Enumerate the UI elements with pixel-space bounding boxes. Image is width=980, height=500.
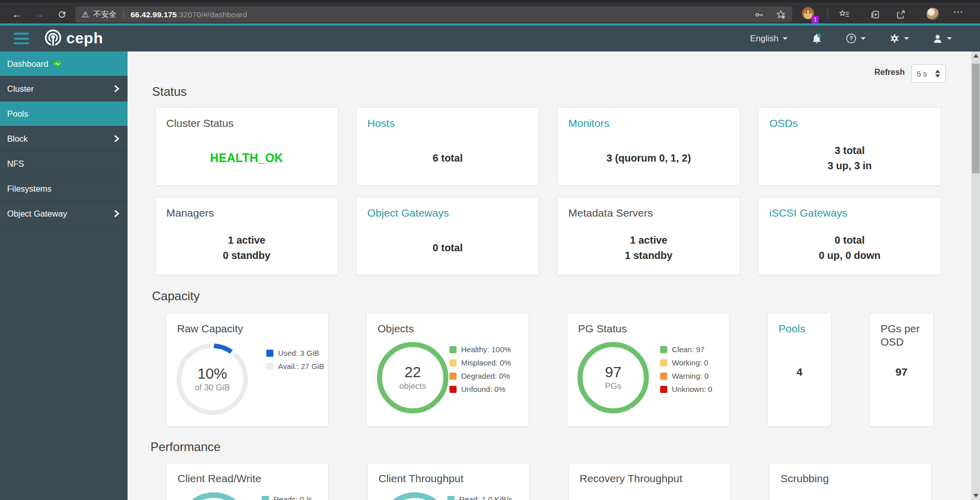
legend-item: Avail.: 27 GiB bbox=[266, 362, 324, 371]
pools-link[interactable]: Pools bbox=[768, 313, 831, 335]
legend-label: Unknown: 0 bbox=[672, 385, 712, 393]
raw-capacity-percent: 10% bbox=[197, 365, 227, 382]
legend-label: Clean: 97 bbox=[672, 345, 705, 354]
legend-item: Warning: 0 bbox=[660, 372, 712, 380]
sidebar-item-label: Dashboard bbox=[7, 59, 48, 69]
osds-total: 3 total bbox=[835, 143, 865, 158]
card-title: PGs per OSD bbox=[870, 313, 933, 349]
pgs-per-osd-card: PGs per OSD 97 bbox=[869, 313, 934, 427]
legend-swatch bbox=[660, 373, 667, 380]
sidebar-item-nfs[interactable]: NFS bbox=[0, 151, 128, 176]
sidebar: Dashboard Cluster Pools Block NFS Filesy… bbox=[0, 51, 128, 500]
managers-card: Managers 1 active 0 standby bbox=[155, 197, 338, 275]
osds-link[interactable]: OSDs bbox=[759, 108, 941, 130]
sidebar-item-filesystems[interactable]: Filesystems bbox=[0, 176, 128, 201]
osds-up-in: 3 up, 3 in bbox=[827, 158, 872, 173]
legend-item: Used: 3 GiB bbox=[266, 349, 324, 357]
raw-capacity-legend: Used: 3 GiB Avail.: 27 GiB bbox=[266, 349, 324, 371]
card-title: PG Status bbox=[567, 313, 729, 335]
legend-label: Read: 1.0 KiB/s bbox=[459, 495, 512, 500]
browser-profile-avatar[interactable] bbox=[926, 7, 940, 21]
page-scrollbar[interactable] bbox=[971, 51, 980, 500]
add-favorite-star-icon[interactable] bbox=[775, 9, 786, 20]
card-title: Scrubbing bbox=[770, 463, 931, 485]
legend-item: Unknown: 0 bbox=[660, 385, 712, 393]
client-throughput-donut bbox=[379, 492, 450, 500]
address-separator: | bbox=[122, 11, 124, 19]
card-title: Cluster Status bbox=[156, 108, 338, 130]
health-heart-icon bbox=[53, 60, 62, 68]
legend-swatch bbox=[266, 363, 273, 370]
ceph-brand-text: ceph bbox=[66, 30, 103, 47]
monitors-link[interactable]: Monitors bbox=[558, 108, 740, 130]
scrollbar-down-arrow[interactable] bbox=[971, 491, 980, 500]
object-gateways-value: 0 total bbox=[433, 240, 463, 255]
iscsi-gateways-link[interactable]: iSCSI Gateways bbox=[759, 198, 941, 220]
cluster-status-card: Cluster Status HEALTH_OK bbox=[155, 108, 338, 186]
sidebar-item-dashboard[interactable]: Dashboard bbox=[0, 51, 128, 76]
select-spinner-icon bbox=[935, 70, 940, 77]
legend-label: Avail.: 27 GiB bbox=[278, 362, 324, 371]
iscsi-gateways-card: iSCSI Gateways 0 total 0 up, 0 down bbox=[758, 197, 941, 275]
sidebar-item-block[interactable]: Block bbox=[0, 126, 128, 151]
refresh-interval-value: 5 s bbox=[917, 69, 927, 78]
language-dropdown[interactable]: English bbox=[750, 34, 788, 44]
not-secure-warning-icon: ⚠ bbox=[82, 10, 89, 19]
not-secure-label: 不安全 bbox=[93, 10, 116, 19]
client-read-write-card: Client Read/Write Reads: 0 /s bbox=[166, 463, 329, 500]
scrollbar-thumb[interactable] bbox=[972, 64, 979, 173]
hosts-link[interactable]: Hosts bbox=[357, 108, 539, 130]
share-icon[interactable] bbox=[893, 7, 908, 22]
legend-swatch bbox=[449, 373, 457, 380]
language-label: English bbox=[750, 34, 778, 44]
collections-icon[interactable] bbox=[867, 7, 883, 22]
pg-status-card: PG Status 97 PGs Clean: 97 Working: 0 Wa… bbox=[567, 313, 730, 427]
iscsi-total: 0 total bbox=[835, 232, 865, 248]
help-dropdown[interactable]: ? bbox=[846, 33, 866, 44]
extension-monkey-icon[interactable]: 1 bbox=[802, 7, 816, 21]
favorites-bar-icon[interactable] bbox=[837, 7, 852, 22]
legend-swatch bbox=[447, 496, 455, 500]
pgs-per-osd-count: 97 bbox=[870, 366, 933, 378]
legend-item: Clean: 97 bbox=[660, 345, 712, 354]
status-row-2: Managers 1 active 0 standby Object Gatew… bbox=[155, 197, 941, 275]
managers-active: 1 active bbox=[228, 232, 265, 248]
browser-forward-button[interactable]: → bbox=[32, 7, 47, 22]
url-path: :32070/#/dashboard bbox=[177, 10, 247, 19]
browser-refresh-button[interactable] bbox=[54, 7, 69, 22]
objects-donut: 22 objects bbox=[377, 342, 448, 413]
browser-back-button[interactable]: ← bbox=[9, 7, 24, 22]
hamburger-menu-icon[interactable] bbox=[14, 33, 29, 44]
objects-sub: objects bbox=[399, 380, 426, 391]
legend-item: Read: 1.0 KiB/s bbox=[447, 495, 512, 500]
sidebar-item-cluster[interactable]: Cluster bbox=[0, 76, 128, 101]
bell-icon bbox=[811, 33, 822, 44]
settings-dropdown[interactable] bbox=[889, 33, 909, 44]
legend-swatch bbox=[660, 359, 667, 366]
legend-label: Working: 0 bbox=[672, 358, 708, 367]
address-bar[interactable]: ⚠ 不安全 | 66.42.99.175:32070/#/dashboard bbox=[76, 7, 792, 22]
legend-swatch bbox=[449, 386, 457, 393]
sidebar-item-pools[interactable]: Pools bbox=[0, 101, 128, 126]
legend-item: Unfound: 0% bbox=[449, 385, 511, 393]
refresh-interval-select[interactable]: 5 s bbox=[911, 64, 946, 83]
metadata-servers-card: Metadata Servers 1 active 1 standby bbox=[557, 197, 740, 275]
sidebar-item-object-gateway[interactable]: Object Gateway bbox=[0, 201, 128, 226]
sidebar-item-label: Pools bbox=[7, 109, 28, 119]
scrollbar-up-arrow[interactable] bbox=[971, 51, 980, 60]
object-gateways-card: Object Gateways 0 total bbox=[356, 197, 539, 275]
raw-capacity-card: Raw Capacity 10% of 30 GiB Used: 3 GiB A… bbox=[166, 313, 329, 427]
monitors-value: 3 (quorum 0, 1, 2) bbox=[607, 150, 691, 166]
chevron-down-icon bbox=[861, 37, 866, 40]
capacity-row: Raw Capacity 10% of 30 GiB Used: 3 GiB A… bbox=[166, 313, 934, 427]
user-dropdown[interactable] bbox=[933, 34, 952, 44]
ceph-brand: ceph bbox=[44, 29, 103, 47]
ceph-navbar: ceph English ? bbox=[0, 25, 980, 51]
notifications-button[interactable] bbox=[811, 33, 822, 44]
object-gateways-link[interactable]: Object Gateways bbox=[357, 198, 539, 220]
capacity-section-heading: Capacity bbox=[152, 289, 199, 303]
legend-swatch bbox=[449, 359, 457, 366]
browser-menu-icon[interactable]: ⋯ bbox=[953, 6, 964, 18]
card-title: Raw Capacity bbox=[166, 313, 328, 335]
password-key-icon[interactable] bbox=[754, 10, 764, 20]
